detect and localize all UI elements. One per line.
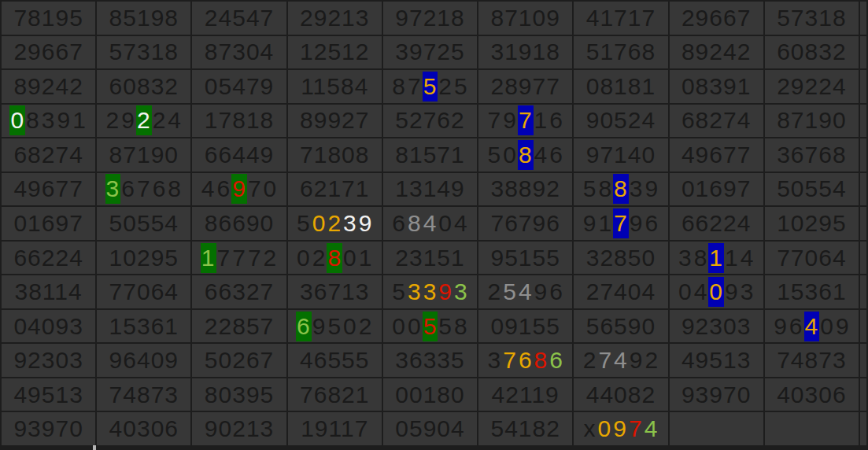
grid-cell: 92303 [670, 310, 763, 343]
grid-cell: 27492 [574, 344, 667, 377]
grid-cell: 05479 [192, 70, 286, 103]
grid-cell: 31918 [478, 36, 572, 69]
grid-digit: 7 [231, 243, 247, 273]
grid-cell: 92303 [2, 344, 95, 377]
grid-cell: 36768 [765, 138, 859, 172]
grid-digit: 6 [549, 140, 564, 170]
grid-cell: 36713 [288, 275, 382, 308]
grid-cell: 71808 [288, 138, 382, 172]
grid-digit: 0 [407, 312, 423, 341]
grid-cell: 90213 [192, 412, 286, 445]
grid-digit: 5 [423, 72, 438, 101]
grid-digit: 9 [582, 208, 598, 238]
grid-digit: 9 [629, 345, 645, 375]
grid-cell: 68274 [670, 105, 763, 138]
grid-cell: 50554 [765, 173, 859, 206]
grid-cell: 04093 [670, 275, 763, 308]
grid-cell-sliver [860, 138, 866, 172]
grid-digit: 8 [453, 312, 469, 341]
grid-cell: 60832 [765, 36, 859, 69]
grid-cell: 74873 [765, 344, 859, 377]
grid-cell: 62171 [288, 173, 382, 206]
grid-cell: 37686 [478, 344, 572, 377]
grid-cell: 22857 [192, 310, 286, 343]
grid-cell: 04093 [2, 310, 95, 343]
grid-digit: 2 [358, 312, 374, 341]
grid-digit: 8 [597, 174, 613, 204]
grid-digit: 5 [502, 277, 518, 307]
grid-digit: 3 [423, 277, 438, 307]
grid-cell: 00558 [383, 310, 477, 343]
grid-digit: 1 [72, 105, 87, 135]
grid-cell: 87190 [97, 138, 190, 172]
grid-digit: 4 [201, 174, 216, 204]
grid-cell: 10295 [97, 242, 190, 275]
grid-cell: 28977 [478, 70, 572, 103]
grid-cell: 87190 [765, 105, 859, 138]
grid-digit: 0 [819, 312, 835, 341]
grid-digit: 7 [502, 345, 518, 375]
grid-cell: 12512 [288, 36, 382, 69]
grid-digit: 4 [534, 140, 549, 170]
grid-digit: 2 [582, 345, 598, 375]
grid-digit: 6 [549, 105, 564, 135]
grid-digit: 8 [327, 243, 342, 273]
grid-digit: 2 [487, 277, 503, 307]
grid-cell: 02801 [288, 242, 382, 275]
grid-cell: 89242 [2, 70, 95, 103]
grid-cell: 68404 [383, 207, 477, 240]
grid-digit: 3 [487, 345, 503, 375]
grid-cell: 50554 [97, 207, 190, 240]
grid-cell: 77064 [765, 242, 859, 275]
grid-cell: 05904 [383, 412, 477, 445]
grid-digit: 7 [247, 174, 263, 204]
grid-digit: 8 [518, 140, 534, 170]
grid-digit: 7 [518, 105, 534, 135]
grid-cell: 49677 [670, 138, 763, 172]
grid-cell [765, 412, 859, 445]
grid-cell: 38114 [670, 242, 763, 275]
grid-cell-sliver [860, 275, 866, 308]
grid-cell: 00180 [383, 378, 477, 411]
grid-cell-sliver [860, 70, 866, 103]
grid-digit: 2 [327, 208, 342, 238]
grid-digit: 7 [407, 72, 423, 101]
grid-digit: 4 [693, 277, 709, 307]
grid-digit: 2 [136, 105, 152, 135]
grid-cell: 29224 [765, 70, 859, 103]
grid-cell: 23151 [383, 242, 477, 275]
grid-cell: 29667 [670, 2, 763, 35]
grid-cell: 49513 [670, 344, 763, 377]
number-typing-grid-screen: 7819585198245472921397218871094171729667… [0, 0, 868, 450]
grid-digit: 0 [296, 243, 312, 273]
grid-cell: 66224 [670, 207, 763, 240]
grid-digit: 1 [708, 243, 724, 273]
grid-digit: 3 [342, 208, 358, 238]
grid-digit: 4 [453, 208, 469, 238]
grid-cell: 56590 [574, 310, 667, 343]
grid-cell: 87109 [478, 2, 572, 35]
grid-digit: 0 [342, 312, 358, 341]
grid-digit: 1 [597, 208, 613, 238]
grid-cell: 93970 [2, 412, 95, 445]
grid-cell: 97140 [574, 138, 667, 172]
grid-cell-sliver [860, 242, 866, 275]
grid-digit: 4 [804, 312, 820, 341]
grid-digit: 5 [296, 208, 312, 238]
grid-cell: 79716 [478, 105, 572, 138]
grid-digit: 2 [312, 243, 327, 273]
grid-cell: 40306 [97, 412, 190, 445]
grid-cell: 25496 [478, 275, 572, 308]
grid-cell: 96409 [765, 310, 859, 343]
grid-cell: 95155 [478, 242, 572, 275]
grid-digit: 1 [724, 243, 740, 273]
grid-cell: 80395 [192, 378, 286, 411]
grid-cell: 39725 [383, 36, 477, 69]
grid-cell-sliver [860, 310, 866, 343]
grid-digit: 9 [534, 277, 549, 307]
grid-digit: 2 [105, 105, 121, 135]
grid-cell: 24547 [192, 2, 286, 35]
grid-cell: 78195 [2, 2, 95, 35]
grid-cell: 86690 [192, 207, 286, 240]
grid-digit: x [583, 414, 597, 444]
